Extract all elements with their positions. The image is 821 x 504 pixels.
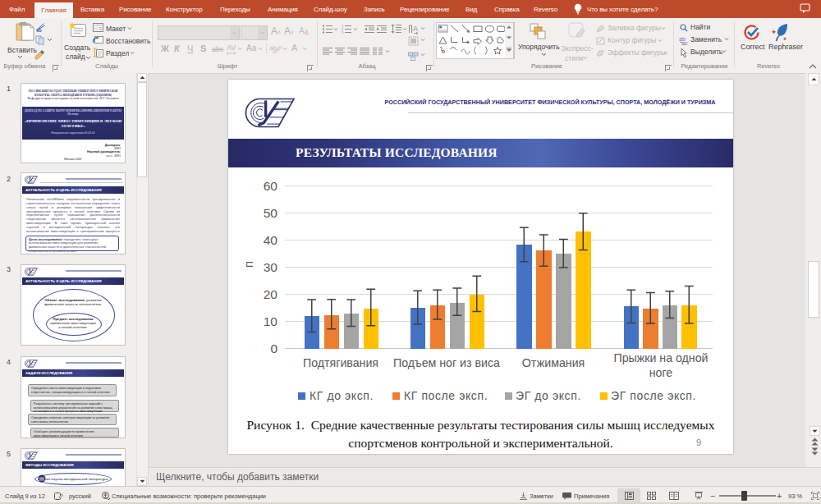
svg-text:КГ до эксп.: КГ до эксп.	[310, 389, 374, 402]
svg-text:3: 3	[342, 30, 344, 34]
svg-text:20: 20	[264, 287, 278, 301]
svg-text:A: A	[413, 25, 418, 33]
svg-text:Подъем ног из виса: Подъем ног из виса	[393, 356, 500, 369]
svg-text:Прыжки на одной: Прыжки на одной	[613, 351, 708, 364]
svg-text:ЭГ после эксп.: ЭГ после эксп.	[611, 389, 696, 402]
svg-text:Отжимания: Отжимания	[522, 356, 585, 369]
svg-text:п: п	[241, 261, 255, 268]
svg-text:ЭГ до эксп.: ЭГ до эксп.	[516, 389, 581, 402]
svg-text:ноге: ноге	[649, 366, 673, 379]
svg-text:0: 0	[270, 341, 277, 355]
svg-text:50: 50	[264, 206, 278, 220]
svg-text:30: 30	[264, 260, 278, 274]
svg-text:ac: ac	[681, 40, 688, 45]
svg-text:КГ после эксп.: КГ после эксп.	[404, 389, 488, 402]
svg-text:A: A	[299, 26, 305, 35]
svg-text:60: 60	[264, 179, 278, 193]
svg-text:10: 10	[264, 314, 278, 328]
svg-text:Подтягивания: Подтягивания	[303, 356, 378, 369]
svg-text:40: 40	[264, 233, 278, 247]
